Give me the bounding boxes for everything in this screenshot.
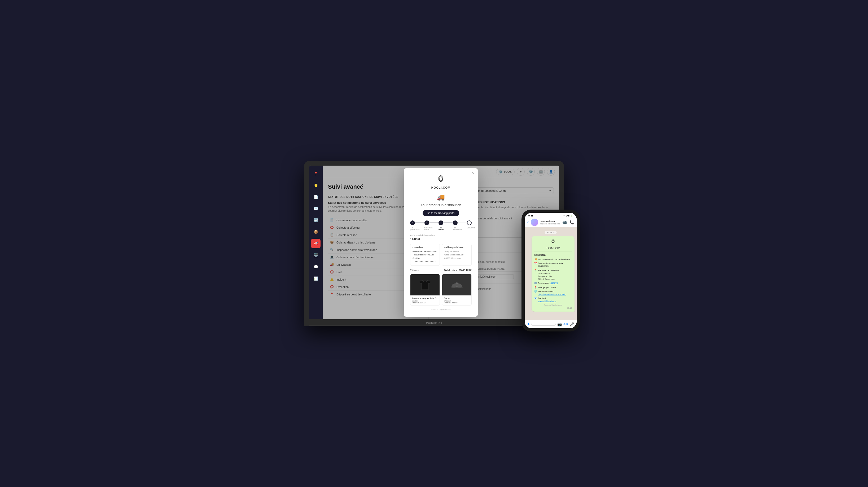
sidebar: 📍 ⭐ 📄 ✉️ ↩️ 📦 🎯 🖥️ 💬 📊 [309,166,323,319]
item-1-info: Gorra 9799987 Price: 10.30 EUR [442,295,471,305]
sidebar-item-send[interactable]: ✉️ [311,204,320,213]
step-label-2: Collection made [425,227,429,230]
modal-close-button[interactable]: ✕ [471,171,474,175]
plus-icon[interactable]: + [527,322,530,327]
iphone-input-bar: + 📷 GIF 🎤 [525,320,577,328]
item-0-name: Camiseta negra - Talla S [412,297,438,299]
camera-icon[interactable]: 📷 [557,322,562,326]
overview-sent: Sent by: [412,257,437,260]
modal-logo: HOOLI.COM [410,174,472,189]
back-button[interactable]: ‹ [527,220,529,225]
bubble-sender: 📮 Envoyé par: MRW [534,286,572,289]
truck-icon: 🚚 [410,193,472,201]
items-grid: Camiseta negra - Talla S 878687 Price: 2… [410,274,472,305]
bubble-portal: 🌐 Portail de suivi: https://www.hooli.tr… [534,290,572,296]
delivery-date-value: 11/8/23 [410,237,472,240]
bubble-logo-text: HOOLI.COM [534,247,572,249]
items-header: 2 items Total price: 35.40 EUR [410,269,472,272]
tshirt-icon [418,280,432,290]
progress-labels: In preparation Collection made In transi… [410,227,472,230]
sidebar-item-doc[interactable]: 📄 [311,192,320,202]
bubble-address: 📍 Adresse de livraison: Sara Dalmau Zara… [534,269,572,281]
bubble-reference: 🔢 Référence: 1518273 [534,282,572,285]
step-label-4: In distribution [453,227,458,230]
contact-info: Sara Dalmau tap here for contact info [540,220,560,225]
overview-card: Overview Reference: REF24523532 Total pr… [410,244,440,266]
sidebar-item-target[interactable]: 🎯 [311,239,320,248]
overview-grid: Overview Reference: REF24523532 Total pr… [410,244,472,266]
iphone-status-bar: 9:41 ▪▪▪ wifi 🔋 [525,213,577,218]
overview-sent-value: 1ZXXXXXXXXXXXXXXXXX [412,260,437,263]
modal-powered-by: Powered by deliverea [410,308,472,311]
track-portal-button[interactable]: Go to the tracking portal [423,210,460,216]
overview-total: Total price: 35.40 EUR [412,254,437,256]
bubble-delivery-date: 📅 Date de livraison estimée : 28/11/2025 [534,262,572,268]
sidebar-item-location[interactable]: 📍 [311,169,320,178]
bubble-time: 10:10 [534,307,572,309]
step-5 [467,221,472,225]
step-label-1: In preparation [410,227,415,230]
step-2: ✓ [425,221,429,225]
sidebar-item-refresh[interactable]: ↩️ [311,216,320,225]
delivery-title: Delivery address [444,246,469,249]
sidebar-item-chart[interactable]: 📊 [311,274,320,283]
sidebar-item-monitor[interactable]: 🖥️ [311,250,320,260]
sidebar-item-star[interactable]: ⭐ [311,181,320,190]
gif-icon[interactable]: GIF [563,323,568,326]
modal-logo-text: HOOLI.COM [410,186,472,189]
bubble-sender-text: Envoyé par: MRW [538,286,556,289]
bubble-ref-text: Référence: 1518273 [538,282,558,285]
delivery-address: Calle Melancolia, 18 [444,254,469,256]
location-icon: 📍 [534,269,537,272]
iphone-screen: 9:41 ▪▪▪ wifi 🔋 ‹ Sara Dalmau tap here f… [525,213,577,328]
item-1-price: Price: 10.30 EUR [444,302,470,304]
tracking-modal: ✕ HOOLI.COM [404,168,478,317]
items-count: 2 items [410,269,418,272]
delivery-card: Delivery address Joaquín Sabina Calle Me… [442,244,472,266]
overview-title: Overview [412,246,437,249]
bubble-contact: 📧 Contact: support@hooli.com [534,297,572,302]
chat-date: Fri Jul 26 [545,231,557,234]
message-input[interactable] [531,323,556,326]
item-1: Gorra 9799987 Price: 10.30 EUR [442,274,472,305]
bubble-portal-text: Portail de suivi: https://www.hooli.trac… [538,290,566,296]
item-0: Camiseta negra - Talla S 878687 Price: 2… [410,274,440,305]
step-label-3: In transit [438,227,443,230]
bubble-status: 🚚 Votre commande est en livraison. [534,258,572,261]
overview-reference: Reference: REF24523532 [412,250,437,253]
calendar-icon: 📅 [534,262,537,265]
bubble-logo: HOOLI.COM [534,239,572,252]
svg-point-5 [456,283,458,284]
mic-icon[interactable]: 🎤 [569,322,574,326]
iphone-nav: ‹ Sara Dalmau tap here for contact info … [525,218,577,227]
reference-link[interactable]: 1518273 [550,282,558,284]
item-0-image [410,274,440,295]
bubble-logo-icon [534,239,572,246]
item-0-info: Camiseta negra - Talla S 878687 Price: 2… [410,295,440,305]
phone-icon[interactable]: 📞 [569,220,574,224]
item-1-name: Gorra [444,297,470,299]
sidebar-item-chat[interactable]: 💬 [311,262,320,271]
progress-bar-container: ✓ ✓ ✓ ✓ [410,221,472,225]
video-icon[interactable]: 📹 [562,220,567,224]
delivery-name: Joaquín Sabina [444,250,469,253]
modal-status-title: Your order is in distribution [410,203,472,207]
step-3: ✓ [438,221,443,225]
portal-tracking-link[interactable]: https://www.hooli.trackorder.io [538,293,566,295]
bubble-contact-text: Contact: support@hooli.com [538,297,556,302]
progress-bar: ✓ ✓ ✓ ✓ [410,221,472,225]
item-0-price: Price: 25.10 EUR [412,302,438,304]
item-0-ref: 878687 [412,300,438,302]
contact-email-link[interactable]: support@hooli.com [538,300,556,302]
chat-bubble: HOOLI.COM Salut Sara! 🚚 Votre commande e… [532,236,575,312]
items-total: Total price: 35.40 EUR [444,269,472,272]
bubble-address-text: Adresse de livraison: Sara Dalmau Zarago… [538,269,559,281]
step-label-5: Delivered [467,227,472,230]
deliverea-brand: deliverea [442,308,451,311]
iphone-time: 9:41 [528,214,533,217]
bubble-greeting: Salut Sara! [534,254,572,256]
contact-sub: tap here for contact info [540,223,560,225]
sender-icon: 📮 [534,286,537,289]
item-1-image [442,274,471,295]
sidebar-item-box[interactable]: 📦 [311,227,320,237]
